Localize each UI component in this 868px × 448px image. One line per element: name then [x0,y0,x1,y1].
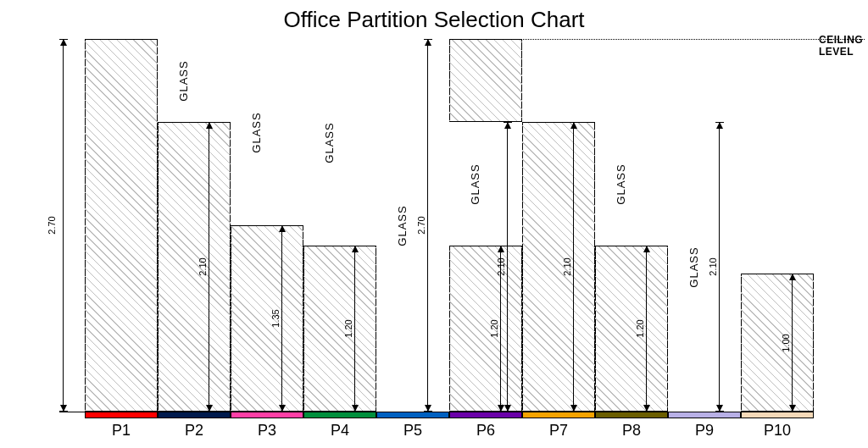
partition-P6-seg1-glass [449,122,522,246]
partition-P9-seg0-glass [668,122,741,412]
partition-P10-dim0-value: 1.00 [781,334,791,351]
label-P2: P2 [158,422,231,440]
partition-P3-dim0-value: 1.35 [270,309,281,327]
partition-P2-glass-label: GLASS [177,60,190,101]
partition-P3-seg1-glass [231,39,303,225]
label-P9: P9 [668,422,741,440]
partition-P6-dim1 [507,122,508,412]
partition-P6-seg2-hatch [449,39,522,122]
partition-P5-seg0-glass [376,39,449,412]
partition-P10-seg0-hatch [741,274,814,412]
ceiling-label: CEILING LEVEL [819,34,868,58]
label-P5: P5 [376,422,449,440]
partition-P5-dim0 [427,39,428,412]
partition-P2-dim0 [209,122,209,412]
swatch-P1 [85,412,158,418]
partition-P2-seg1-glass [158,39,231,122]
partition-P8-seg1-glass [595,122,668,246]
label-P1: P1 [85,422,158,440]
partition-P6-glass-label: GLASS [469,163,481,204]
partition-P3-seg0-hatch [231,225,303,412]
partition-P3-dim0 [281,225,282,412]
swatch-P4 [303,412,376,418]
label-P10: P10 [741,422,814,440]
swatch-P6 [449,412,522,418]
swatch-P2 [158,412,231,418]
partition-P8-glass-label: GLASS [615,163,627,204]
partition-P7-dim0 [573,122,574,412]
partition-P5-glass-label: GLASS [396,205,409,246]
partition-P9-dim0 [719,122,720,412]
label-P8: P8 [595,422,668,440]
swatch-P3 [231,412,303,418]
swatch-P5 [376,412,449,418]
partition-P8-dim0-value: 1.20 [635,320,645,338]
partition-P7-seg0-hatch [522,122,595,412]
partition-P8-seg0-hatch [595,246,668,412]
partition-P4-seg1-glass [303,39,376,246]
partition-P4-dim0 [354,246,355,412]
label-P7: P7 [522,422,595,440]
swatch-P7 [522,412,595,418]
partition-P6-seg0-hatch [449,246,522,412]
overall-dim [63,39,64,412]
partition-P6-dim1-value: 2.10 [496,257,506,275]
chart-title: Office Partition Selection Chart [0,7,868,33]
partition-P4-dim0-value: 1.20 [343,320,353,338]
partition-P2-dim0-value: 2.10 [198,257,208,275]
swatch-P8 [595,412,668,418]
partition-P6-dim0-value: 1.20 [489,320,499,338]
partition-P9-glass-label: GLASS [687,246,700,287]
partition-P3-glass-label: GLASS [250,112,263,152]
swatch-P10 [741,412,814,418]
label-P4: P4 [303,422,376,440]
partition-P7-dim0-value: 2.10 [562,257,572,275]
swatch-P9 [668,412,741,418]
label-P3: P3 [231,422,303,440]
partition-P1-seg0-hatch [85,39,158,412]
partition-P4-glass-label: GLASS [323,123,336,163]
partition-P10-dim0 [792,274,793,412]
label-P6: P6 [449,422,522,440]
overall-dim-value: 2.70 [47,216,57,234]
partition-P2-seg0-hatch [158,122,231,412]
partition-P5-dim0-value: 2.70 [416,216,426,234]
partition-P4-seg0-hatch [303,246,376,412]
partition-P8-dim0 [646,246,647,412]
partition-P9-dim0-value: 2.10 [708,257,718,275]
